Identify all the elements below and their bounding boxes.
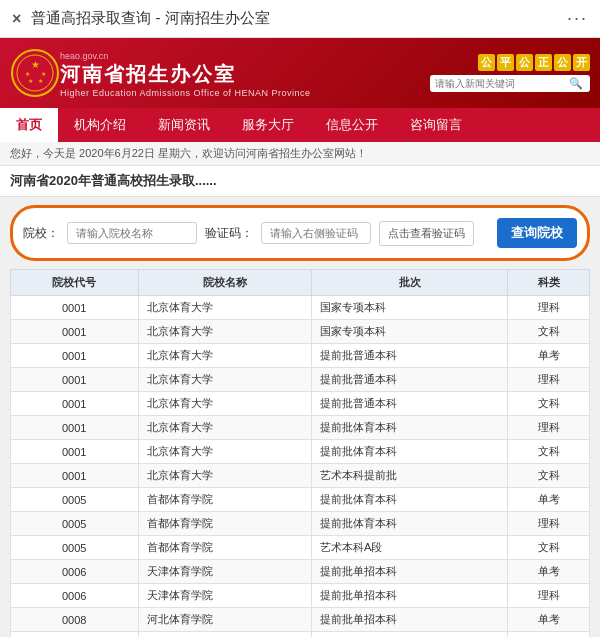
svg-text:★: ★: [31, 59, 40, 70]
table-row: 0009沈阳体育学院提前批单招本科单考: [11, 632, 590, 638]
fairness-char-1: 公: [478, 54, 495, 71]
nav-item-org[interactable]: 机构介绍: [58, 108, 142, 142]
welcome-text: 您好，今天是 2020年6月22日 星期六，欢迎访问河南省招生办公室网站！: [10, 147, 367, 159]
table-row: 0005首都体育学院艺术本科A段文科: [11, 536, 590, 560]
nav-item-consult[interactable]: 咨询留言: [394, 108, 478, 142]
fairness-char-6: 开: [573, 54, 590, 71]
col-header-type: 科类: [508, 270, 590, 296]
table-cell-col3: 文科: [508, 392, 590, 416]
nav-item-service[interactable]: 服务大厅: [226, 108, 310, 142]
table-cell-col0: 0005: [11, 488, 139, 512]
table-row: 0005首都体育学院提前批体育本科单考: [11, 488, 590, 512]
table-row: 0001北京体育大学国家专项本科理科: [11, 296, 590, 320]
page-section-title: 河南省2020年普通高校招生录取......: [0, 166, 600, 197]
table-cell-col0: 0001: [11, 344, 139, 368]
nav-item-info[interactable]: 信息公开: [310, 108, 394, 142]
search-area: 院校： 验证码： 点击查看验证码 查询院校: [10, 205, 590, 261]
table-cell-col3: 单考: [508, 560, 590, 584]
logo-text-area: heao.gov.cn 河南省招生办公室 Higher Education Ad…: [60, 49, 310, 98]
table-cell-col1: 首都体育学院: [138, 536, 311, 560]
fairness-char-3: 公: [516, 54, 533, 71]
verify-label: 验证码：: [205, 225, 253, 242]
table-header-row: 院校代号 院校名称 批次 科类: [11, 270, 590, 296]
table-cell-col3: 单考: [508, 344, 590, 368]
table-cell-col3: 文科: [508, 536, 590, 560]
table-cell-col2: 提前批体育本科: [311, 416, 507, 440]
svg-text:★: ★: [38, 78, 43, 84]
search-school-button[interactable]: 查询院校: [497, 218, 577, 248]
close-button[interactable]: ×: [12, 10, 21, 28]
table-cell-col1: 天津体育学院: [138, 560, 311, 584]
nav-item-news[interactable]: 新闻资讯: [142, 108, 226, 142]
site-name-en: Higher Education Admissions Office of HE…: [60, 88, 310, 98]
table-cell-col1: 首都体育学院: [138, 488, 311, 512]
table-cell-col1: 沈阳体育学院: [138, 632, 311, 638]
data-table: 院校代号 院校名称 批次 科类 0001北京体育大学国家专项本科理科0001北京…: [10, 269, 590, 637]
table-row: 0001北京体育大学提前批普通本科理科: [11, 368, 590, 392]
table-cell-col3: 理科: [508, 416, 590, 440]
table-cell-col0: 0005: [11, 536, 139, 560]
table-cell-col2: 提前批体育本科: [311, 440, 507, 464]
table-cell-col0: 0001: [11, 464, 139, 488]
table-cell-col2: 提前批单招本科: [311, 608, 507, 632]
table-row: 0005首都体育学院提前批体育本科理科: [11, 512, 590, 536]
table-cell-col3: 理科: [508, 368, 590, 392]
title-bar: × 普通高招录取查询 - 河南招生办公室 ···: [0, 0, 600, 38]
table-cell-col0: 0001: [11, 440, 139, 464]
table-cell-col1: 北京体育大学: [138, 368, 311, 392]
verify-code-button[interactable]: 点击查看验证码: [379, 221, 474, 246]
site-name: 河南省招生办公室: [60, 61, 310, 88]
header-right: 公 平 公 正 公 开 🔍: [430, 54, 590, 92]
table-cell-col2: 艺术本科提前批: [311, 464, 507, 488]
table-cell-col0: 0001: [11, 320, 139, 344]
table-cell-col3: 单考: [508, 608, 590, 632]
table-cell-col0: 0005: [11, 512, 139, 536]
table-cell-col3: 单考: [508, 632, 590, 638]
table-row: 0001北京体育大学国家专项本科文科: [11, 320, 590, 344]
fairness-char-2: 平: [497, 54, 514, 71]
table-cell-col3: 理科: [508, 512, 590, 536]
fairness-char-5: 公: [554, 54, 571, 71]
table-cell-col2: 国家专项本科: [311, 296, 507, 320]
table-row: 0001北京体育大学提前批体育本科理科: [11, 416, 590, 440]
table-cell-col0: 0001: [11, 296, 139, 320]
table-cell-col1: 北京体育大学: [138, 296, 311, 320]
school-label: 院校：: [23, 225, 59, 242]
table-cell-col2: 提前批普通本科: [311, 344, 507, 368]
svg-text:★: ★: [28, 78, 33, 84]
table-cell-col2: 提前批普通本科: [311, 392, 507, 416]
table-cell-col0: 0006: [11, 560, 139, 584]
table-row: 0001北京体育大学提前批体育本科文科: [11, 440, 590, 464]
search-icon: 🔍: [569, 77, 583, 90]
table-cell-col0: 0006: [11, 584, 139, 608]
table-cell-col2: 提前批单招本科: [311, 560, 507, 584]
page-title-text: 普通高招录取查询 - 河南招生办公室: [31, 9, 557, 28]
table-cell-col2: 艺术本科A段: [311, 536, 507, 560]
table-cell-col3: 文科: [508, 320, 590, 344]
table-cell-col1: 北京体育大学: [138, 344, 311, 368]
table-cell-col2: 提前批体育本科: [311, 488, 507, 512]
more-button[interactable]: ···: [567, 8, 588, 29]
table-cell-col0: 0001: [11, 416, 139, 440]
table-cell-col0: 0008: [11, 608, 139, 632]
table-cell-col0: 0001: [11, 368, 139, 392]
table-cell-col3: 文科: [508, 440, 590, 464]
table-cell-col1: 北京体育大学: [138, 464, 311, 488]
fairness-char-4: 正: [535, 54, 552, 71]
school-search-input[interactable]: [67, 222, 197, 244]
fairness-badge: 公 平 公 正 公 开: [478, 54, 590, 71]
table-cell-col2: 提前批普通本科: [311, 368, 507, 392]
table-cell-col2: 提前批体育本科: [311, 512, 507, 536]
table-row: 0001北京体育大学提前批普通本科单考: [11, 344, 590, 368]
table-cell-col1: 天津体育学院: [138, 584, 311, 608]
svg-text:★: ★: [41, 71, 46, 77]
header-search-input[interactable]: [435, 78, 565, 89]
table-cell-col1: 北京体育大学: [138, 416, 311, 440]
header-search-box[interactable]: 🔍: [430, 75, 590, 92]
domain-label: heao.gov.cn: [60, 51, 310, 61]
verify-code-input[interactable]: [261, 222, 371, 244]
nav-item-home[interactable]: 首页: [0, 108, 58, 142]
svg-text:★: ★: [25, 71, 30, 77]
table-cell-col3: 单考: [508, 488, 590, 512]
table-cell-col3: 文科: [508, 464, 590, 488]
